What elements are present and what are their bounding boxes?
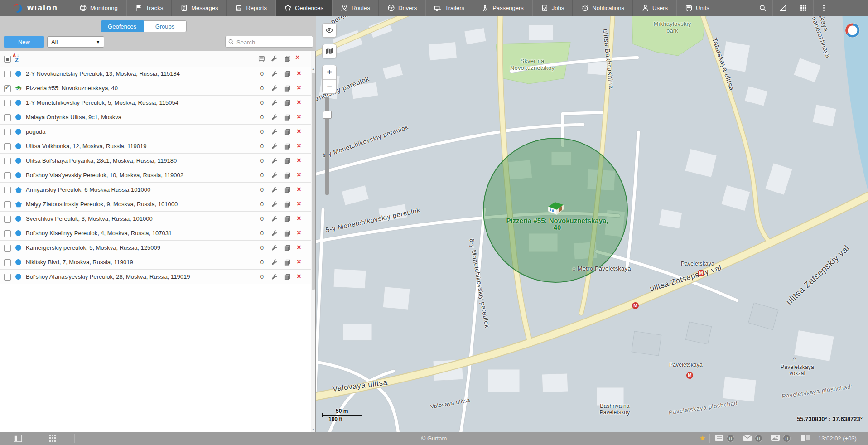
edit-wrench-icon[interactable] — [271, 186, 278, 193]
delete-icon[interactable]: × — [295, 156, 303, 163]
geofence-row[interactable]: Bol'shoy Kisel'nyy Pereulok, 4, Moskva, … — [0, 226, 311, 241]
edit-wrench-icon[interactable] — [271, 273, 278, 281]
delete-icon[interactable]: × — [295, 257, 303, 265]
copy-icon[interactable] — [284, 85, 291, 92]
copy-icon[interactable] — [284, 230, 291, 237]
copy-icon[interactable] — [284, 201, 291, 208]
map-source-button[interactable] — [322, 44, 337, 58]
delete-icon[interactable]: × — [295, 69, 303, 76]
edit-wrench-icon[interactable] — [271, 128, 278, 135]
row-checkbox[interactable] — [4, 230, 11, 237]
edit-wrench-icon[interactable] — [271, 143, 278, 150]
copy-icon[interactable] — [284, 157, 291, 164]
tab-drivers[interactable]: Drivers — [379, 0, 425, 16]
apps-grid-icon[interactable] — [793, 0, 813, 16]
edit-wrench-icon[interactable] — [271, 201, 278, 208]
geofence-row[interactable]: Sverchkov Pereulok, 3, Moskva, Russia, 1… — [0, 212, 311, 226]
mail-icon[interactable] — [743, 435, 752, 442]
copy-icon[interactable] — [284, 114, 291, 121]
sort-az-icon[interactable]: A↓Z — [13, 53, 23, 65]
row-checkbox[interactable] — [4, 245, 11, 252]
note-icon[interactable] — [715, 435, 723, 442]
geofence-row[interactable]: Ulitsa Bol'shaya Polyanka, 28c1, Moskva,… — [0, 154, 311, 168]
tab-trailers[interactable]: Trailers — [425, 0, 473, 16]
delete-icon[interactable]: × — [295, 127, 303, 134]
zoom-in-button[interactable]: + — [323, 65, 336, 80]
copy-icon[interactable] — [284, 128, 291, 135]
search-input[interactable] — [236, 37, 312, 48]
delete-icon[interactable]: × — [295, 228, 303, 236]
copy-icon[interactable] — [284, 244, 291, 252]
row-checkbox[interactable] — [4, 143, 11, 150]
edit-wrench-icon[interactable] — [271, 70, 278, 77]
geofence-row[interactable]: Malaya Ordynka Ulitsa, 9c1, Moskva 0 × — [0, 110, 311, 125]
row-checkbox[interactable] — [4, 100, 11, 106]
delete-icon[interactable]: × — [295, 170, 303, 178]
row-checkbox[interactable] — [4, 216, 11, 222]
edit-wrench-icon[interactable] — [271, 172, 278, 179]
tab-units[interactable]: Units — [676, 0, 718, 16]
row-checkbox[interactable] — [4, 158, 11, 164]
geofence-row[interactable]: Malyy Zlatoustinskiy Pereulok, 9, Moskva… — [0, 197, 311, 212]
tab-passengers[interactable]: Passengers — [473, 0, 532, 16]
zoom-out-button[interactable]: − — [323, 80, 336, 94]
row-checkbox[interactable] — [4, 201, 11, 208]
tab-routes[interactable]: Routes — [332, 0, 379, 16]
tab-monitoring[interactable]: Monitoring — [71, 0, 126, 16]
zoom-slider-track[interactable] — [325, 97, 329, 195]
edit-wrench-icon[interactable] — [271, 85, 278, 92]
copy-icon[interactable] — [284, 215, 291, 222]
geofence-row[interactable]: 1-Y Monetchikovskiy Pereulok, 5, Moskva,… — [0, 96, 311, 110]
delete-icon[interactable]: × — [295, 199, 303, 207]
copy-icon[interactable] — [284, 55, 291, 63]
ruler-icon[interactable] — [772, 0, 793, 16]
row-checkbox[interactable] — [4, 114, 11, 121]
delete-icon[interactable]: × — [295, 243, 303, 250]
tab-users[interactable]: Users — [633, 0, 676, 16]
geofence-row[interactable]: pogoda 0 × — [0, 125, 311, 139]
image-icon[interactable] — [771, 435, 780, 442]
geofence-row[interactable]: Ulitsa Volkhonka, 12, Moskva, Russia, 11… — [0, 139, 311, 154]
edit-wrench-icon[interactable] — [271, 259, 278, 266]
copy-icon[interactable] — [284, 259, 291, 266]
edit-wrench-icon[interactable] — [271, 230, 278, 237]
row-checkbox[interactable] — [4, 172, 11, 179]
row-checkbox[interactable] — [4, 129, 11, 135]
tab-messages[interactable]: Messages — [172, 0, 227, 16]
copy-icon[interactable] — [284, 273, 291, 281]
tab-tracks[interactable]: Tracks — [126, 0, 172, 16]
delete-icon[interactable]: × — [295, 185, 303, 192]
edit-wrench-icon[interactable] — [271, 244, 278, 252]
row-checkbox[interactable] — [4, 187, 11, 193]
select-all-checkbox[interactable] — [4, 56, 11, 63]
copy-icon[interactable] — [284, 172, 291, 179]
edit-wrench-icon[interactable] — [271, 157, 278, 164]
copy-icon[interactable] — [284, 143, 291, 150]
delete-icon[interactable]: × — [295, 83, 303, 91]
delete-icon[interactable]: × — [295, 112, 303, 120]
row-checkbox[interactable] — [4, 85, 11, 92]
row-checkbox[interactable] — [4, 71, 11, 77]
layout-switch-icon[interactable] — [801, 435, 810, 443]
row-checkbox[interactable] — [4, 259, 11, 266]
wialon-logo[interactable]: wialon — [13, 0, 58, 16]
new-geofence-button[interactable]: New — [4, 36, 44, 48]
search-icon[interactable] — [752, 0, 772, 16]
edit-wrench-icon[interactable] — [271, 215, 278, 222]
more-icon[interactable] — [813, 0, 834, 16]
row-checkbox[interactable] — [4, 274, 11, 281]
zoom-slider-handle[interactable] — [323, 111, 332, 119]
delete-icon[interactable]: × — [295, 98, 303, 105]
copy-icon[interactable] — [284, 70, 291, 77]
geofence-row[interactable]: Nikitsky Blvd, 7, Moskva, Russia, 119019… — [0, 255, 311, 270]
delete-icon[interactable]: × — [295, 214, 303, 221]
copy-icon[interactable] — [284, 186, 291, 193]
tab-reports[interactable]: Reports — [227, 0, 275, 16]
geofence-row[interactable]: 2-Y Novokuznetskiy Pereulok, 13, Moskva,… — [0, 67, 311, 81]
geofence-row[interactable]: Bol'shoy Afanas'yevskiy Pereulok, 28, Mo… — [0, 270, 311, 284]
panel-scrollbar[interactable]: ▲ ▼ — [311, 51, 315, 432]
geofence-row[interactable]: Bol'shoy Vlas'yevskiy Pereulok, 10, Mosk… — [0, 168, 311, 183]
geofence-row[interactable]: Pizzeria #55: Novokuznetskaya, 40 0 × — [0, 81, 311, 96]
favorites-star-icon[interactable]: ★ — [699, 434, 705, 442]
delete-icon[interactable]: × — [295, 141, 303, 149]
